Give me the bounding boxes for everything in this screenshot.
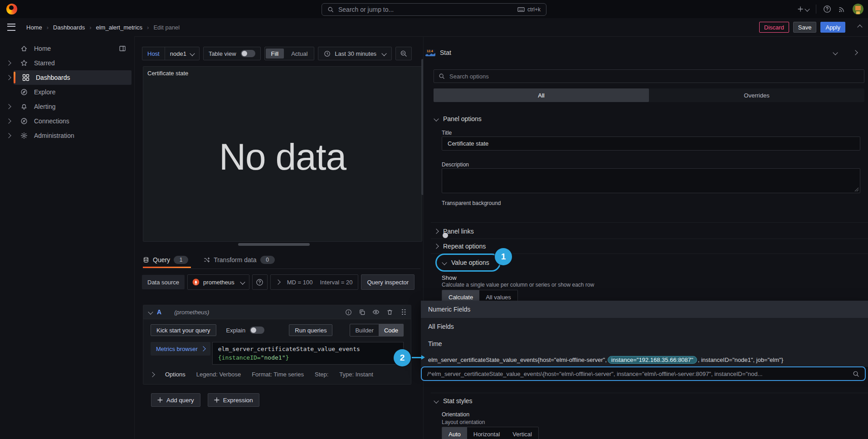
dropdown-option-all-fields[interactable]: All Fields xyxy=(421,318,868,335)
builder-mode-option[interactable]: Builder xyxy=(350,324,379,337)
options-search[interactable] xyxy=(434,69,864,83)
sidebar-item-administration[interactable]: Administration xyxy=(4,128,132,143)
metrics-browser-button[interactable]: Metrics browser xyxy=(151,342,210,356)
section-panel-options[interactable]: Panel options xyxy=(434,115,482,122)
zoom-out-button[interactable] xyxy=(395,47,412,60)
rss-icon xyxy=(838,5,846,13)
datasource-name: prometheus xyxy=(203,279,234,286)
add-expression-button[interactable]: Expression xyxy=(208,393,259,407)
dropdown-option-metric-series[interactable]: elm_server_certificateState_value_events… xyxy=(421,352,868,367)
tab-transform-data[interactable]: Transform data 0 xyxy=(204,253,274,267)
actual-option[interactable]: Actual xyxy=(286,49,313,59)
split-resize-handle[interactable] xyxy=(238,243,310,246)
callout-step-2: 2 xyxy=(394,349,411,366)
breadcrumb-home[interactable]: Home xyxy=(26,24,42,31)
query-inspector-button[interactable]: Query inspector xyxy=(361,274,414,290)
tab-query[interactable]: Query 1 xyxy=(143,253,188,267)
panel-preview[interactable]: Certificate state No data xyxy=(143,66,422,242)
sidebar-item-dashboards[interactable]: Dashboards xyxy=(4,70,132,85)
sidebar-item-alerting[interactable]: Alerting xyxy=(4,99,132,114)
code-mode-option[interactable]: Code xyxy=(379,324,404,337)
trash-icon[interactable] xyxy=(386,309,393,316)
sidebar-item-starred[interactable]: Starred xyxy=(4,56,132,70)
chevron-right-icon[interactable] xyxy=(6,133,11,138)
global-search-input[interactable] xyxy=(337,5,514,14)
orientation-horizontal[interactable]: Horizontal xyxy=(467,427,507,439)
breadcrumb-dashboard-name[interactable]: elm_alert_metrics xyxy=(96,24,142,31)
resize-corner-icon[interactable] xyxy=(854,187,859,192)
datasource-help-button[interactable] xyxy=(252,274,268,290)
global-search[interactable]: ctrl+k xyxy=(322,3,546,16)
drag-grip-icon[interactable] xyxy=(402,309,405,315)
chevron-right-icon[interactable] xyxy=(6,60,11,65)
tab-all[interactable]: All xyxy=(434,88,649,102)
options-pane: 12.4 Stat All Overrides Panel options Ti… xyxy=(423,36,868,439)
host-variable-value[interactable]: node1 xyxy=(165,50,199,57)
options-search-input[interactable] xyxy=(449,73,859,80)
options-scope-tabs: All Overrides xyxy=(434,88,864,102)
help-button[interactable] xyxy=(823,5,831,13)
max-data-points: MD = 100 xyxy=(287,279,313,286)
user-avatar[interactable] xyxy=(853,4,863,15)
section-value-options[interactable]: Value options xyxy=(451,259,489,266)
datasource-picker[interactable]: prometheus xyxy=(187,274,249,290)
kick-start-query-button[interactable]: Kick start your query xyxy=(151,324,216,336)
query-footer-actions: Add query Expression xyxy=(151,393,259,407)
grafana-logo-icon[interactable] xyxy=(6,4,17,15)
query-options-row[interactable]: Options Legend: Verbose Format: Time ser… xyxy=(151,371,404,378)
field-select-input[interactable]: /^elm_server_certificateState_value_even… xyxy=(421,366,866,381)
dropdown-option-time[interactable]: Time xyxy=(421,335,868,352)
chevron-down-icon xyxy=(381,51,386,56)
sidebar-item-connections[interactable]: Connections xyxy=(4,114,132,128)
dock-panel-icon[interactable] xyxy=(119,45,126,52)
editor-tabs: Query 1 Transform data 0 xyxy=(143,253,420,269)
prometheus-icon xyxy=(192,278,200,286)
query-ref-id: A xyxy=(157,308,161,316)
explain-toggle[interactable] xyxy=(250,327,264,334)
sidebar-item-explore[interactable]: Explore xyxy=(4,85,132,99)
run-queries-button[interactable]: Run queries xyxy=(289,324,332,336)
new-dropdown-button[interactable] xyxy=(797,6,809,12)
panel-title-input[interactable] xyxy=(442,137,860,151)
add-query-button[interactable]: Add query xyxy=(151,393,200,407)
dropdown-option-numeric-fields[interactable]: Numeric Fields xyxy=(421,301,868,318)
panel-description-textarea[interactable] xyxy=(442,168,860,193)
fill-option[interactable]: Fill xyxy=(266,49,284,59)
chevron-right-icon[interactable] xyxy=(6,75,11,80)
query-row-header[interactable]: A (prometheus) xyxy=(143,305,411,319)
menu-toggle-icon[interactable] xyxy=(7,24,15,31)
orientation-vertical[interactable]: Vertical xyxy=(506,427,538,439)
promql-code-editor[interactable]: elm_server_certificateState_value_events… xyxy=(212,342,404,365)
chevron-right-icon[interactable] xyxy=(6,118,11,123)
time-range-picker[interactable]: Last 30 minutes xyxy=(318,47,392,60)
chevron-right-icon xyxy=(434,229,439,234)
section-panel-links[interactable]: Panel links xyxy=(434,228,474,235)
sidebar-item-home[interactable]: Home xyxy=(4,41,132,56)
collapse-header-icon[interactable] xyxy=(857,24,862,29)
info-circle-icon[interactable] xyxy=(345,309,352,316)
table-view-toggle[interactable] xyxy=(241,50,255,57)
breadcrumb-dashboards[interactable]: Dashboards xyxy=(53,24,85,31)
apply-button[interactable]: Apply xyxy=(820,22,845,33)
collapse-pane-icon[interactable] xyxy=(853,50,858,55)
collapse-query-icon[interactable] xyxy=(148,309,153,314)
visualization-picker[interactable]: 12.4 Stat xyxy=(425,45,857,60)
discard-button[interactable]: Discard xyxy=(759,22,789,33)
copy-icon[interactable] xyxy=(359,309,366,316)
news-button[interactable] xyxy=(838,5,846,13)
query-options-summary[interactable]: MD = 100 Interval = 20 xyxy=(270,274,359,290)
eye-icon[interactable] xyxy=(372,308,380,316)
save-button[interactable]: Save xyxy=(793,22,817,33)
chevron-down-icon xyxy=(190,51,195,56)
title-field-label: Title xyxy=(442,130,452,136)
table-view-toggle-control[interactable]: Table view xyxy=(203,47,261,60)
section-stat-styles[interactable]: Stat styles xyxy=(434,397,473,405)
tab-overrides[interactable]: Overrides xyxy=(649,88,864,102)
chevron-right-icon[interactable] xyxy=(6,104,11,109)
chevron-down-icon xyxy=(442,260,447,265)
host-variable-control[interactable]: Host node1 xyxy=(142,47,200,60)
section-repeat-options[interactable]: Repeat options xyxy=(434,243,486,250)
orientation-auto[interactable]: Auto xyxy=(442,427,467,439)
chevron-right-icon xyxy=(275,279,280,284)
chevron-down-icon[interactable] xyxy=(833,50,838,55)
